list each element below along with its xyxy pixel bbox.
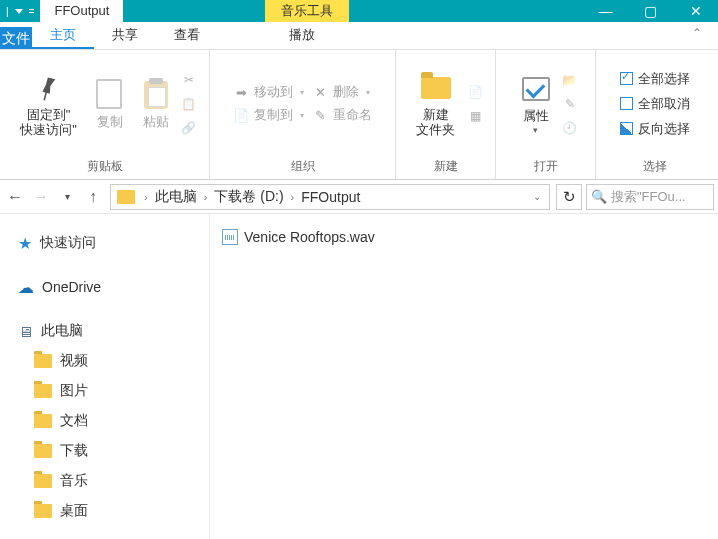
tree-video[interactable]: 视频	[0, 346, 209, 376]
refresh-button[interactable]: ↻	[556, 184, 582, 210]
group-select: 全部选择 全部取消 反向选择 选择	[596, 50, 714, 179]
properties-button[interactable]: 属性 ▾	[512, 70, 560, 137]
tab-share[interactable]: 共享	[94, 21, 156, 49]
paste-button[interactable]: 粘贴	[133, 76, 179, 131]
copy-icon	[99, 82, 121, 108]
group-select-label: 选择	[643, 155, 667, 177]
pc-icon: 🖥	[18, 323, 33, 340]
move-to-button[interactable]: ➡移动到▾	[233, 83, 304, 101]
tab-home[interactable]: 主页	[32, 21, 94, 49]
new-folder-button[interactable]: 新建 文件夹	[406, 69, 465, 139]
tab-play[interactable]: 播放	[265, 21, 339, 49]
select-none-button[interactable]: 全部取消	[620, 95, 690, 113]
minimize-ribbon-icon[interactable]: ⌃	[692, 26, 702, 40]
wav-file-icon	[222, 229, 238, 245]
forward-button[interactable]: →	[30, 186, 52, 208]
file-name: Venice Rooftops.wav	[244, 229, 375, 245]
tree-music[interactable]: 音乐	[0, 466, 209, 496]
folder-icon	[34, 384, 52, 398]
delete-button[interactable]: ✕删除▾	[312, 83, 372, 101]
tree-quick-access[interactable]: ★快速访问	[0, 228, 209, 258]
group-clipboard: 固定到" 快速访问" 复制 粘贴 ✂ 📋 🔗 剪贴板	[0, 50, 210, 179]
file-list: Venice Rooftops.wav	[210, 214, 718, 539]
crumb-sep-2[interactable]: ›	[286, 191, 300, 203]
edit-icon[interactable]: ✎	[562, 96, 578, 112]
open-icon[interactable]: 📂	[562, 72, 578, 88]
back-button[interactable]: ←	[4, 186, 26, 208]
copy-to-button[interactable]: 📄复制到▾	[233, 106, 304, 124]
group-open-label: 打开	[534, 155, 558, 177]
copy-button[interactable]: 复制	[87, 76, 133, 131]
file-item[interactable]: Venice Rooftops.wav	[220, 226, 708, 248]
rename-button[interactable]: ✎重命名	[312, 106, 372, 124]
ribbon: 固定到" 快速访问" 复制 粘贴 ✂ 📋 🔗 剪贴板 ➡移动到▾ 📄复制到▾	[0, 50, 718, 180]
tree-downloads[interactable]: 下载	[0, 436, 209, 466]
folder-icon	[34, 504, 52, 518]
open-mini-col: 📂 ✎ 🕘	[560, 68, 580, 140]
crumb-thispc[interactable]: 此电脑	[153, 188, 199, 206]
new-mini-col: 📄 ▦	[465, 80, 485, 128]
tree-desktop[interactable]: 桌面	[0, 496, 209, 526]
tree-onedrive[interactable]: ☁OneDrive	[0, 272, 209, 302]
copy-path-icon[interactable]: 📋	[181, 96, 197, 112]
history-icon[interactable]: 🕘	[562, 120, 578, 136]
crumb-sep-0[interactable]: ›	[139, 191, 153, 203]
search-box[interactable]: 🔍 搜索"FFOu...	[586, 184, 714, 210]
crumb-sep-1[interactable]: ›	[199, 191, 213, 203]
window-title: FFOutput	[40, 0, 123, 22]
titlebar: | = FFOutput 音乐工具 — ▢ ✕	[0, 0, 718, 22]
tree-documents[interactable]: 文档	[0, 406, 209, 436]
window-controls: — ▢ ✕	[583, 0, 718, 22]
folder-icon	[34, 444, 52, 458]
pin-icon	[31, 70, 67, 106]
qat-separator-icon: |	[6, 6, 9, 17]
close-button[interactable]: ✕	[673, 0, 718, 22]
address-bar[interactable]: › 此电脑 › 下载卷 (D:) › FFOutput ⌄	[110, 184, 550, 210]
address-dropdown[interactable]: ⌄	[527, 191, 547, 202]
invert-icon	[620, 122, 633, 135]
new-item-icon[interactable]: 📄	[467, 84, 483, 100]
paste-shortcut-icon[interactable]: 🔗	[181, 120, 197, 136]
tree-this-pc[interactable]: 🖥此电脑	[0, 316, 209, 346]
properties-icon	[522, 77, 550, 101]
search-placeholder: 搜索"FFOu...	[611, 188, 686, 206]
minimize-button[interactable]: —	[583, 0, 628, 22]
maximize-button[interactable]: ▢	[628, 0, 673, 22]
tab-view[interactable]: 查看	[156, 21, 218, 49]
paste-icon	[144, 81, 168, 109]
ribbon-tabs: 文件 主页 共享 查看 播放 ⌃	[0, 22, 718, 50]
up-button[interactable]: ↑	[82, 186, 104, 208]
select-none-icon	[620, 97, 633, 110]
tree-pictures[interactable]: 图片	[0, 376, 209, 406]
invert-selection-button[interactable]: 反向选择	[620, 120, 690, 138]
pin-quickaccess-button[interactable]: 固定到" 快速访问"	[10, 69, 87, 139]
tab-file[interactable]: 文件	[0, 27, 32, 49]
select-all-button[interactable]: 全部选择	[620, 70, 690, 88]
group-open: 属性 ▾ 📂 ✎ 🕘 打开	[496, 50, 596, 179]
folder-icon	[34, 354, 52, 368]
group-new: 新建 文件夹 📄 ▦ 新建	[396, 50, 496, 179]
folder-icon	[34, 414, 52, 428]
crumb-drive[interactable]: 下载卷 (D:)	[212, 188, 285, 206]
nav-bar: ← → ▾ ↑ › 此电脑 › 下载卷 (D:) › FFOutput ⌄ ↻ …	[0, 180, 718, 214]
group-new-label: 新建	[434, 155, 458, 177]
qat-eq-icon: =	[29, 6, 35, 17]
rename-icon: ✎	[312, 107, 328, 123]
delete-icon: ✕	[312, 84, 328, 100]
folder-icon	[34, 474, 52, 488]
easy-access-icon[interactable]: ▦	[467, 108, 483, 124]
star-icon: ★	[18, 234, 32, 253]
search-icon: 🔍	[591, 189, 607, 204]
move-icon: ➡	[233, 84, 249, 100]
content: ★快速访问 ☁OneDrive 🖥此电脑 视频 图片 文档 下载 音乐 桌面 V…	[0, 214, 718, 539]
folder-icon	[421, 77, 451, 99]
recent-dropdown[interactable]: ▾	[56, 186, 78, 208]
copyto-icon: 📄	[233, 107, 249, 123]
cloud-icon: ☁	[18, 278, 34, 297]
nav-tree: ★快速访问 ☁OneDrive 🖥此电脑 视频 图片 文档 下载 音乐 桌面	[0, 214, 210, 539]
cut-icon[interactable]: ✂	[181, 72, 197, 88]
context-tab-label: 音乐工具	[265, 0, 349, 22]
quick-access-toolbar: | =	[0, 6, 34, 17]
qat-dropdown-icon[interactable]	[15, 9, 23, 14]
crumb-folder[interactable]: FFOutput	[299, 189, 362, 205]
